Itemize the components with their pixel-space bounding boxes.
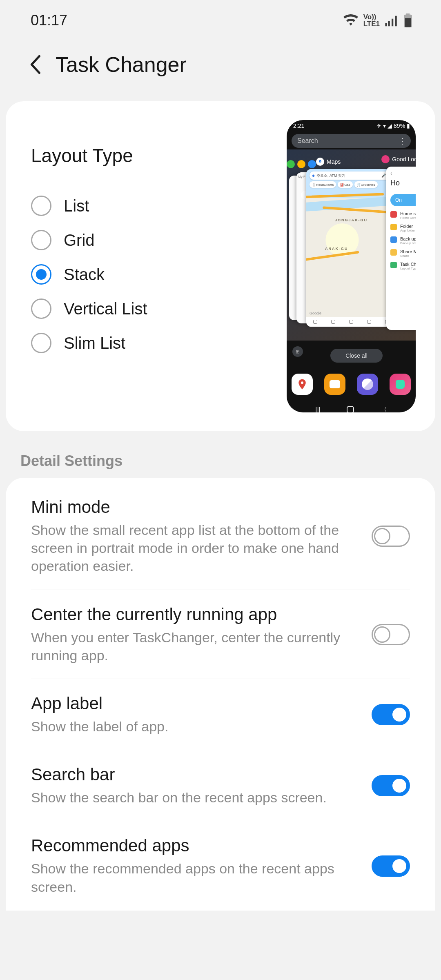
layout-option-grid[interactable]: Grid [31, 223, 274, 257]
preview-apps-grid-button: ⊞ [292, 346, 303, 357]
detail-settings-card: Mini modeShow the small recent app list … [6, 478, 435, 911]
layout-type-title: Layout Type [31, 145, 274, 167]
dock-gallery-icon [324, 374, 345, 395]
setting-title: Recommended apps [31, 836, 357, 855]
radio-icon [31, 196, 51, 216]
wifi-icon [343, 14, 359, 27]
toggle-search_bar[interactable] [372, 775, 410, 796]
preview-close-all-button: Close all [330, 349, 383, 363]
chevron-left-icon [29, 55, 41, 74]
svg-point-1 [320, 161, 321, 162]
dock-internet-icon [357, 374, 378, 395]
detail-settings-title: Detail Settings [0, 431, 441, 478]
maps-pin-icon [318, 159, 323, 164]
setting-subtitle: Show the small recent app list at the bo… [31, 521, 357, 575]
nav-back-icon: 〈 [381, 405, 387, 413]
status-time: 01:17 [31, 12, 67, 29]
status-icons: Vo)) LTE1 [343, 13, 412, 27]
setting-title: Center the currently running app [31, 605, 357, 624]
setting-mini_mode[interactable]: Mini modeShow the small recent app list … [6, 483, 435, 590]
preview-app-label-maps: Maps [327, 158, 341, 165]
setting-center_running[interactable]: Center the currently running appWhen you… [6, 590, 435, 679]
radio-label: Vertical List [64, 300, 147, 318]
setting-title: Mini mode [31, 497, 357, 517]
setting-search_bar[interactable]: Search barShow the search bar on the rec… [6, 750, 435, 821]
more-icon: ⋮ [399, 136, 406, 146]
radio-icon [31, 230, 51, 250]
setting-app_label[interactable]: App labelShow the label of app. [6, 679, 435, 750]
layout-option-stack[interactable]: Stack [31, 257, 274, 292]
setting-title: Search bar [31, 765, 357, 784]
layout-option-slim-list[interactable]: Slim List [31, 326, 274, 360]
radio-icon [31, 264, 51, 285]
radio-label: List [64, 197, 89, 215]
page-title: Task Changer [56, 52, 187, 77]
setting-subtitle: Show the label of app. [31, 717, 357, 735]
radio-label: Slim List [64, 334, 125, 352]
toggle-knob [391, 858, 408, 874]
toggle-knob [374, 528, 390, 544]
setting-subtitle: Show the search bar on the recent apps s… [31, 788, 357, 806]
battery-icon [403, 13, 412, 27]
radio-icon [31, 333, 51, 353]
layout-preview: 2:21 ✈ ▾ ◢ 89% ▮ Search ⋮ Maps Good Loc [287, 120, 416, 412]
preview-app-label-goodlock: Good Lock [392, 156, 416, 163]
google-logo: Google [310, 311, 321, 315]
toggle-app_label[interactable] [372, 704, 410, 725]
dock-goodlock-icon [390, 374, 411, 395]
setting-title: App label [31, 694, 357, 713]
dock-maps-icon [292, 374, 313, 395]
nav-recents-icon: ||| [315, 406, 320, 412]
layout-option-vertical-list[interactable]: Vertical List [31, 292, 274, 326]
preview-time: 2:21 [293, 122, 304, 132]
toggle-knob [391, 777, 408, 794]
signal-icon [385, 14, 399, 27]
back-button[interactable] [25, 55, 45, 74]
radio-icon [31, 298, 51, 319]
preview-map-search: ◆ 주요소, ATM 찾기 🎤 ☰ [310, 172, 393, 180]
radio-label: Stack [64, 265, 105, 284]
svg-point-2 [301, 381, 303, 384]
radio-label: Grid [64, 231, 95, 249]
header: Task Changer [0, 41, 441, 91]
nav-home-icon [347, 406, 354, 412]
preview-battery: ✈ ▾ ◢ 89% ▮ [376, 122, 410, 132]
setting-subtitle: When you enter TaskChanger, center the c… [31, 628, 357, 664]
toggle-center_running[interactable] [372, 624, 410, 645]
setting-recommended[interactable]: Recommended appsShow the recommended app… [6, 821, 435, 910]
volte-indicator: Vo)) LTE1 [363, 13, 380, 27]
preview-search-bar: Search ⋮ [292, 134, 411, 148]
toggle-recommended[interactable] [372, 855, 410, 877]
layout-option-list[interactable]: List [31, 189, 274, 223]
status-bar: 01:17 Vo)) LTE1 [0, 0, 441, 41]
toggle-mini_mode[interactable] [372, 526, 410, 547]
toggle-knob [391, 706, 408, 723]
setting-subtitle: Show the recommended apps on the recent … [31, 860, 357, 895]
layout-type-card: Layout Type ListGridStackVertical ListSl… [6, 101, 435, 431]
toggle-knob [374, 626, 390, 643]
